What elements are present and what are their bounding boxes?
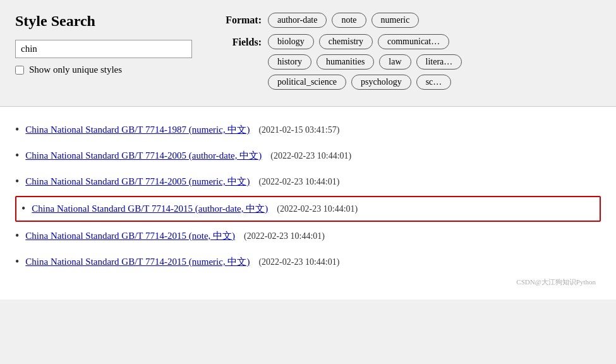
format-tag-numeric[interactable]: numeric (371, 13, 420, 28)
result-date-1: (2021-02-15 03:41:57) (258, 125, 339, 135)
result-item-3: • China National Standard GB/T 7714-2005… (15, 169, 601, 195)
unique-styles-label: Show only unique styles (29, 64, 122, 75)
format-label: Format: (217, 15, 262, 26)
field-tag-communicat[interactable]: communicat… (378, 34, 449, 49)
format-row: Format: author-date note numeric (217, 13, 601, 28)
field-tag-litera[interactable]: litera… (416, 54, 462, 70)
bullet-1: • (15, 123, 19, 136)
bullet-6: • (15, 255, 19, 269)
result-link-4[interactable]: China National Standard GB/T 7714-2015 (… (32, 203, 268, 215)
unique-styles-checkbox[interactable] (15, 66, 24, 75)
field-tag-psychology[interactable]: psychology (351, 75, 411, 90)
bullet-5: • (15, 229, 19, 243)
result-date-4: (2022-02-23 10:44:01) (277, 204, 358, 214)
result-item-4-highlighted: • China National Standard GB/T 7714-2015… (15, 196, 601, 222)
page-title: Style Search (15, 13, 192, 30)
unique-styles-row: Show only unique styles (15, 64, 192, 75)
field-tag-biology[interactable]: biology (268, 34, 314, 49)
left-section: Style Search Show only unique styles (15, 13, 192, 75)
bullet-3: • (15, 175, 19, 188)
result-date-3: (2022-02-23 10:44:01) (258, 177, 339, 187)
result-date-5: (2022-02-23 10:44:01) (244, 231, 325, 241)
fields-tags: biology chemistry communicat… history hu… (268, 34, 462, 90)
field-tag-sc[interactable]: sc… (416, 75, 452, 90)
watermark: CSDN@大江狗知识Python (15, 275, 601, 289)
field-tag-history[interactable]: history (268, 54, 311, 70)
format-tags: author-date note numeric (268, 13, 419, 28)
search-input[interactable] (15, 40, 192, 58)
result-item-6: • China National Standard GB/T 7714-2015… (15, 249, 601, 275)
result-date-6: (2022-02-23 10:44:01) (258, 257, 339, 267)
field-tag-law[interactable]: law (379, 54, 411, 70)
result-item-2: • China National Standard GB/T 7714-2005… (15, 143, 601, 169)
fields-row-1: biology chemistry communicat… (268, 34, 462, 49)
field-tag-chemistry[interactable]: chemistry (319, 34, 373, 49)
field-tag-humanities[interactable]: humanities (317, 54, 374, 70)
top-panel: Style Search Show only unique styles For… (0, 0, 616, 107)
result-link-1[interactable]: China National Standard GB/T 7714-1987 (… (25, 124, 250, 136)
results-panel: • China National Standard GB/T 7714-1987… (0, 107, 616, 300)
format-tag-note[interactable]: note (332, 13, 366, 28)
result-link-5[interactable]: China National Standard GB/T 7714-2015 (… (25, 230, 235, 242)
format-tag-author-date[interactable]: author-date (268, 13, 327, 28)
field-tag-political-science[interactable]: political_science (268, 75, 346, 90)
result-list: • China National Standard GB/T 7714-1987… (15, 117, 601, 275)
result-link-6[interactable]: China National Standard GB/T 7714-2015 (… (25, 256, 250, 268)
fields-row: Fields: biology chemistry communicat… hi… (217, 34, 601, 90)
result-item-5: • China National Standard GB/T 7714-2015… (15, 223, 601, 249)
result-date-2: (2022-02-23 10:44:01) (270, 151, 351, 161)
result-item-1: • China National Standard GB/T 7714-1987… (15, 117, 601, 143)
right-section: Format: author-date note numeric Fields:… (217, 13, 601, 96)
result-link-3[interactable]: China National Standard GB/T 7714-2005 (… (25, 176, 250, 188)
fields-row-3: political_science psychology sc… (268, 75, 462, 90)
result-link-2[interactable]: China National Standard GB/T 7714-2005 (… (25, 150, 262, 162)
fields-label: Fields: (217, 34, 262, 48)
bullet-4: • (21, 202, 25, 215)
fields-row-2: history humanities law litera… (268, 54, 462, 70)
bullet-2: • (15, 149, 19, 162)
